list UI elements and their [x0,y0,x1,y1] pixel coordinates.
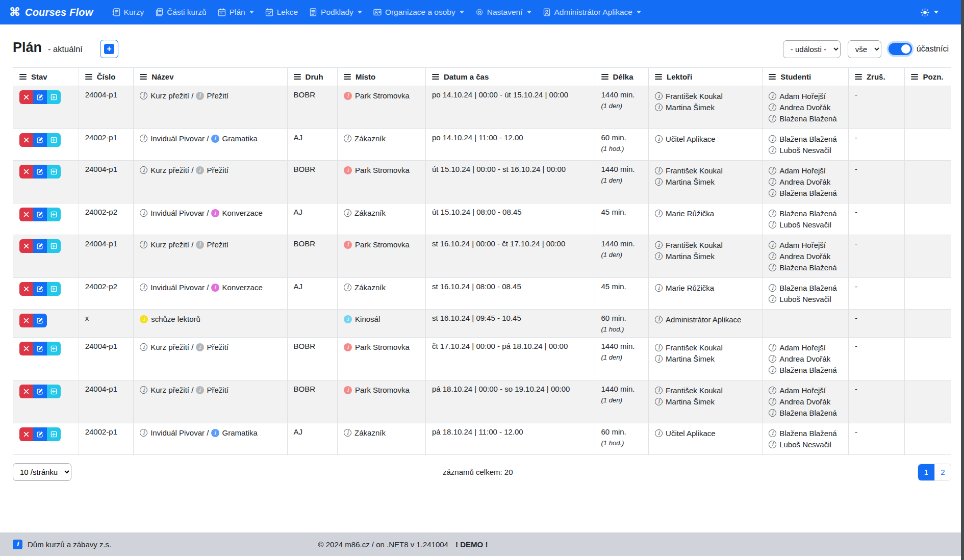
vertical-scrollbar[interactable] [961,0,964,560]
app-logo[interactable]: ⌘ Courses Flow [9,7,93,18]
info-icon[interactable]: i [769,398,776,405]
nav-item-lekce[interactable]: Lekce [265,8,298,17]
info-icon[interactable]: i [344,135,351,142]
column-menu-icon[interactable] [432,73,439,80]
info-icon[interactable]: i [344,315,352,323]
scope-filter-select[interactable]: vše [848,40,881,58]
delete-button[interactable] [19,165,33,179]
info-icon[interactable]: i [140,92,147,99]
info-icon[interactable]: i [655,92,663,100]
info-icon[interactable]: i [196,343,204,351]
nav-item-nastaveni[interactable]: Nastavení [475,8,531,17]
info-icon[interactable]: i [769,284,776,292]
info-icon[interactable]: i [344,92,352,100]
info-icon[interactable]: i [769,264,776,271]
participants-toggle[interactable] [889,43,912,55]
add-button[interactable] [47,165,61,179]
add-button[interactable] [47,342,61,355]
edit-button[interactable] [33,427,47,441]
edit-button[interactable] [33,165,47,179]
nav-item-kurzy[interactable]: Kurzy [112,8,144,17]
info-icon[interactable]: i [655,252,663,260]
info-icon[interactable]: i [140,386,147,394]
delete-button[interactable] [19,90,33,104]
add-button[interactable] [47,427,61,441]
edit-button[interactable] [33,133,47,147]
info-icon[interactable]: i [655,344,663,351]
info-icon[interactable]: i [769,429,776,437]
info-icon[interactable]: i [344,284,351,291]
info-icon[interactable]: i [140,166,147,174]
info-icon[interactable]: i [344,343,352,351]
sun-icon[interactable] [921,8,929,17]
nav-item-plan[interactable]: Plán [218,8,254,17]
add-button[interactable] [47,385,61,398]
nav-item-casti-kurzu[interactable]: Části kurzů [155,8,207,17]
edit-button[interactable] [33,342,47,355]
info-icon[interactable]: i [655,241,663,249]
column-menu-icon[interactable] [294,73,301,80]
info-icon[interactable]: i [344,386,352,394]
delete-button[interactable] [19,282,33,296]
info-icon[interactable]: i [769,366,776,374]
add-button[interactable] [47,208,61,221]
column-menu-icon[interactable] [140,73,147,80]
column-menu-icon[interactable] [769,73,776,80]
info-icon[interactable]: i [344,429,351,437]
column-menu-icon[interactable] [855,73,862,80]
info-icon[interactable]: i [769,92,776,100]
info-icon[interactable]: i [344,209,351,217]
info-icon[interactable]: i [655,387,663,394]
info-icon[interactable]: i [140,343,147,351]
info-icon[interactable]: i [769,387,776,394]
info-icon[interactable]: i [769,221,776,228]
delete-button[interactable] [19,133,33,147]
info-icon[interactable]: i [655,135,663,143]
theme-switcher[interactable] [921,8,938,17]
info-icon[interactable]: i [769,295,776,303]
delete-button[interactable] [19,314,33,327]
info-icon[interactable]: i [769,104,776,111]
edit-button[interactable] [33,314,47,327]
info-icon[interactable]: i [655,284,663,292]
column-menu-icon[interactable] [601,73,608,80]
info-icon[interactable]: i [769,189,776,197]
info-icon[interactable]: i [769,167,776,174]
add-button[interactable] [47,239,61,253]
add-plan-button[interactable]: + [100,40,118,58]
column-menu-icon[interactable] [344,73,351,80]
info-icon[interactable]: i [769,135,776,143]
edit-button[interactable] [33,208,47,221]
info-icon[interactable]: i [211,429,219,437]
info-icon[interactable]: i [769,355,776,363]
info-icon[interactable]: i [140,284,147,291]
page-size-select[interactable]: 10 /stránku [13,463,71,481]
info-icon[interactable]: i [655,355,663,363]
info-icon[interactable]: i [196,241,204,249]
info-icon[interactable]: i [655,104,663,111]
page-2-button[interactable]: 2 [934,464,951,480]
info-icon[interactable]: i [655,398,663,405]
info-icon[interactable]: i [655,429,663,437]
info-icon[interactable]: i [655,316,663,323]
column-menu-icon[interactable] [655,73,662,80]
delete-button[interactable] [19,342,33,355]
delete-button[interactable] [19,208,33,221]
info-icon[interactable]: i [140,135,147,142]
nav-item-organizace-a-osoby[interactable]: Organizace a osoby [373,8,464,17]
add-button[interactable] [47,90,61,104]
info-icon[interactable]: i [344,166,352,174]
info-icon[interactable]: i [769,441,776,448]
info-icon[interactable]: i [769,146,776,154]
edit-button[interactable] [33,90,47,104]
edit-button[interactable] [33,385,47,398]
info-icon[interactable]: i [655,210,663,217]
delete-button[interactable] [19,385,33,398]
info-icon[interactable]: i [769,409,776,417]
info-icon[interactable]: i [769,210,776,217]
info-icon[interactable]: i [769,241,776,249]
info-icon[interactable]: i [196,386,204,394]
edit-button[interactable] [33,282,47,296]
nav-item-podklady[interactable]: Podklady [309,8,362,17]
add-button[interactable] [47,282,61,296]
